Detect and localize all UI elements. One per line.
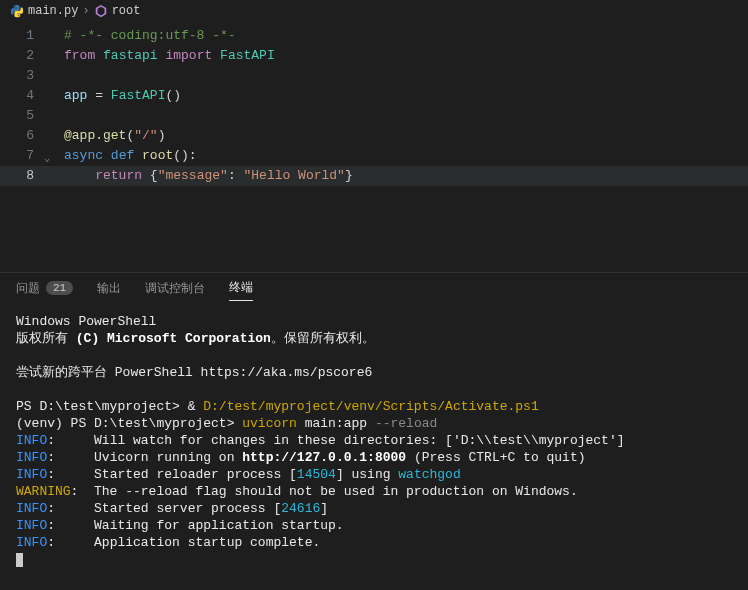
tab-output[interactable]: 输出 xyxy=(97,280,121,301)
panel-tabs: 问题 21 输出 调试控制台 终端 xyxy=(0,273,748,307)
tab-problems[interactable]: 问题 21 xyxy=(16,280,73,301)
line-number: 8 xyxy=(0,166,48,186)
tab-debug-console[interactable]: 调试控制台 xyxy=(145,280,205,301)
line-number: 7⌄ xyxy=(0,146,48,166)
tab-problems-label: 问题 xyxy=(16,280,40,297)
symbol-method-icon xyxy=(94,4,108,18)
code-line[interactable]: 2from fastapi import FastAPI xyxy=(0,46,748,66)
code-line[interactable]: 3 xyxy=(0,66,748,86)
code-line[interactable]: 4app = FastAPI() xyxy=(0,86,748,106)
terminal-line: Windows PowerShell xyxy=(16,313,732,330)
problems-count-badge: 21 xyxy=(46,281,73,295)
breadcrumb-file[interactable]: main.py xyxy=(28,4,78,18)
code-content: from fastapi import FastAPI xyxy=(48,46,275,66)
terminal-line: INFO: Started server process [24616] xyxy=(16,500,732,517)
code-content: @app.get("/") xyxy=(48,126,165,146)
line-number: 2 xyxy=(0,46,48,66)
code-line[interactable]: 1# -*- coding:utf-8 -*- xyxy=(0,26,748,46)
terminal-line: INFO: Application startup complete. xyxy=(16,534,732,551)
terminal-line: PS D:\test\myproject> & D:/test/myprojec… xyxy=(16,398,732,415)
code-content: app = FastAPI() xyxy=(48,86,181,106)
breadcrumb: main.py › root xyxy=(0,0,748,22)
breadcrumb-symbol[interactable]: root xyxy=(112,4,141,18)
terminal-line xyxy=(16,381,732,398)
code-line[interactable]: 6@app.get("/") xyxy=(0,126,748,146)
terminal-line: 尝试新的跨平台 PowerShell https://aka.ms/pscore… xyxy=(16,364,732,381)
tab-terminal[interactable]: 终端 xyxy=(229,279,253,301)
terminal-line xyxy=(16,347,732,364)
terminal-cursor xyxy=(16,553,23,567)
code-line[interactable]: 5 xyxy=(0,106,748,126)
code-content: async def root(): xyxy=(48,146,197,166)
line-number: 1 xyxy=(0,26,48,46)
code-content: return {"message": "Hello World"} xyxy=(48,166,353,186)
terminal-line: INFO: Uvicorn running on http://127.0.0.… xyxy=(16,449,732,466)
terminal-line: WARNING: The --reload flag should not be… xyxy=(16,483,732,500)
code-line[interactable]: 8 return {"message": "Hello World"} xyxy=(0,166,748,186)
terminal-line: INFO: Will watch for changes in these di… xyxy=(16,432,732,449)
line-number: 4 xyxy=(0,86,48,106)
python-file-icon xyxy=(10,4,24,18)
terminal-line: INFO: Started reloader process [14504] u… xyxy=(16,466,732,483)
code-editor[interactable]: 1# -*- coding:utf-8 -*-2from fastapi imp… xyxy=(0,22,748,272)
terminal-line: INFO: Waiting for application startup. xyxy=(16,517,732,534)
terminal-cursor-line xyxy=(16,551,732,568)
line-number: 5 xyxy=(0,106,48,126)
chevron-right-icon: › xyxy=(82,4,89,18)
code-content: # -*- coding:utf-8 -*- xyxy=(48,26,236,46)
line-number: 6 xyxy=(0,126,48,146)
terminal[interactable]: Windows PowerShell 版权所有 (C) Microsoft Co… xyxy=(0,307,748,578)
terminal-line: 版权所有 (C) Microsoft Corporation。保留所有权利。 xyxy=(16,330,732,347)
line-number: 3 xyxy=(0,66,48,86)
terminal-line: (venv) PS D:\test\myproject> uvicorn mai… xyxy=(16,415,732,432)
code-line[interactable]: 7⌄async def root(): xyxy=(0,146,748,166)
bottom-panel: 问题 21 输出 调试控制台 终端 Windows PowerShell 版权所… xyxy=(0,272,748,578)
